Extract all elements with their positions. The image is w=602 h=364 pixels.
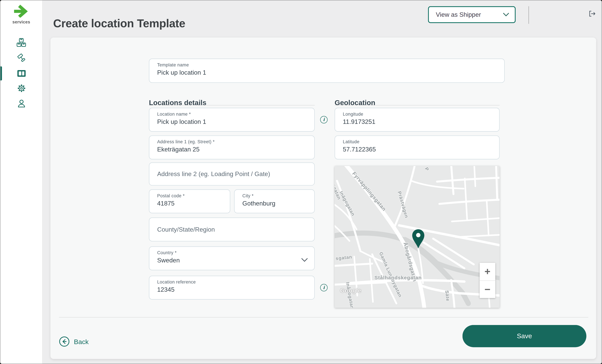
latitude-field[interactable]: Latitude 57.7122365	[334, 135, 500, 159]
city-label: City *	[242, 193, 308, 198]
footer-divider	[59, 317, 588, 317]
section-title-location-details: Locations details	[149, 99, 206, 107]
map[interactable]: FyrväpplingsgatanPrästvägenägatanInägoga…	[334, 166, 500, 308]
view-as-select[interactable]: View as Shipper	[428, 6, 516, 23]
map-pin-icon	[411, 229, 425, 250]
map-zoom-controls: + −	[480, 263, 495, 298]
city-field[interactable]: City * Gothenburg	[234, 189, 315, 213]
form-card: Template name Pick up location 1 Locatio…	[50, 38, 596, 359]
template-name-field[interactable]: Template name Pick up location 1	[149, 59, 505, 83]
back-label: Back	[74, 338, 89, 346]
country-label: Country *	[157, 250, 308, 255]
sidebar: services	[0, 0, 43, 364]
longitude-label: Longitude	[343, 112, 493, 116]
user-icon	[17, 99, 26, 108]
gear-icon	[17, 83, 26, 93]
zoom-out-button[interactable]: −	[480, 281, 495, 298]
sidebar-item-auctions[interactable]	[0, 50, 42, 65]
page-title: Create location Template	[53, 17, 185, 30]
sidebar-item-templates[interactable]	[0, 66, 42, 81]
postal-code-value: 41875	[157, 200, 224, 207]
address-line1-value: Eketrägatan 25	[157, 146, 308, 153]
google-watermark: Google	[340, 287, 362, 294]
region-field[interactable]: County/State/Region	[149, 218, 315, 241]
postal-code-field[interactable]: Postal code * 41875	[149, 189, 230, 213]
address-line2-placeholder: Address line 2 (eg. Loading Point / Gate…	[157, 171, 270, 177]
street-label: Säte	[444, 290, 451, 302]
location-name-field[interactable]: Location name * Pick up location 1	[149, 108, 315, 132]
gavel-icon	[17, 53, 26, 62]
country-value: Sweden	[157, 257, 308, 264]
location-reference-value: 12345	[157, 286, 308, 293]
back-arrow-icon	[59, 336, 69, 348]
longitude-field[interactable]: Longitude 11.9173251	[334, 108, 500, 132]
location-name-value: Pick up location 1	[157, 118, 308, 125]
chevron-down-icon	[503, 11, 509, 18]
latitude-label: Latitude	[343, 139, 493, 144]
board-icon	[17, 69, 26, 78]
address-line2-field[interactable]: Address line 2 (eg. Loading Point / Gate…	[149, 163, 315, 186]
packages-icon	[16, 38, 26, 47]
sidebar-item-profile[interactable]	[0, 96, 42, 111]
brand-arrow-icon	[13, 12, 30, 19]
save-button[interactable]: Save	[462, 325, 586, 347]
latitude-value: 57.7122365	[343, 146, 493, 153]
location-name-label: Location name *	[157, 112, 308, 116]
location-reference-label: Location reference	[157, 280, 308, 284]
postal-code-label: Postal code *	[157, 193, 224, 198]
city-value: Gothenburg	[242, 200, 308, 207]
header-divider	[528, 6, 529, 24]
zoom-in-button[interactable]: +	[480, 263, 495, 281]
location-name-info-icon[interactable]: i	[320, 116, 328, 123]
country-select[interactable]: Country * Sweden	[149, 247, 315, 270]
longitude-value: 11.9173251	[343, 118, 493, 125]
location-reference-info-icon[interactable]: i	[320, 284, 328, 291]
section-divider-left	[149, 105, 315, 105]
logout-icon[interactable]	[586, 8, 599, 19]
sidebar-item-settings[interactable]	[0, 81, 42, 96]
view-as-value: View as Shipper	[436, 11, 481, 18]
section-divider-right	[334, 105, 500, 105]
brand-logo: services	[0, 4, 42, 24]
template-name-value: Pick up location 1	[157, 69, 498, 76]
sidebar-item-shipments[interactable]	[0, 35, 42, 50]
region-placeholder: County/State/Region	[157, 226, 215, 233]
chevron-down-icon	[301, 256, 308, 263]
app-window: services	[0, 0, 602, 364]
section-title-geolocation: Geolocation	[334, 99, 375, 107]
back-button[interactable]: Back	[59, 337, 89, 348]
address-line1-label: Address line 1 (eg. Street) *	[157, 139, 308, 144]
brand-label: services	[0, 20, 42, 24]
street-label: Stålhandskegatan	[375, 275, 422, 281]
template-name-label: Template name	[157, 62, 498, 67]
address-line1-field[interactable]: Address line 1 (eg. Street) * Eketrägata…	[149, 135, 315, 159]
location-reference-field[interactable]: Location reference 12345	[149, 276, 315, 300]
